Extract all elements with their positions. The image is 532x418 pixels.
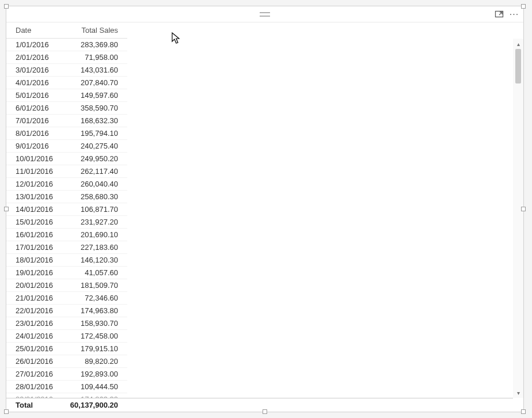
cell-date: 27/01/2016 bbox=[6, 368, 64, 381]
cell-total-sales: 258,680.30 bbox=[64, 191, 127, 203]
total-row: Total 60,137,900.20 bbox=[6, 398, 513, 412]
cell-total-sales: 240,275.40 bbox=[64, 140, 127, 153]
table-row[interactable]: 26/01/201689,820.20 bbox=[6, 355, 127, 368]
cell-total-sales: 89,820.20 bbox=[64, 355, 127, 368]
table-row[interactable]: 29/01/2016174,863.30 bbox=[6, 393, 127, 398]
cell-total-sales: 41,057.60 bbox=[64, 267, 127, 279]
table-scroll-area[interactable]: Date Total Sales 1/01/2016283,369.802/01… bbox=[6, 22, 513, 398]
cell-total-sales: 249,950.20 bbox=[64, 153, 127, 165]
cell-total-sales: 168,632.30 bbox=[64, 115, 127, 127]
table-row[interactable]: 7/01/2016168,632.30 bbox=[6, 115, 127, 127]
table-row[interactable]: 3/01/2016143,031.60 bbox=[6, 64, 127, 77]
cell-date: 20/01/2016 bbox=[6, 279, 64, 292]
table-row[interactable]: 9/01/2016240,275.40 bbox=[6, 140, 127, 153]
cell-date: 16/01/2016 bbox=[6, 229, 64, 241]
cell-total-sales: 174,963.80 bbox=[64, 305, 127, 317]
table-row[interactable]: 4/01/2016207,840.70 bbox=[6, 77, 127, 89]
table-row[interactable]: 2/01/201671,958.00 bbox=[6, 51, 127, 64]
cell-date: 3/01/2016 bbox=[6, 64, 64, 77]
cell-date: 17/01/2016 bbox=[6, 241, 64, 254]
data-table: Date Total Sales 1/01/2016283,369.802/01… bbox=[6, 22, 127, 398]
cell-date: 10/01/2016 bbox=[6, 153, 64, 165]
table-row[interactable]: 23/01/2016158,930.70 bbox=[6, 317, 127, 330]
cell-date: 14/01/2016 bbox=[6, 203, 64, 216]
resize-handle-top-left[interactable] bbox=[4, 4, 9, 9]
table-row[interactable]: 28/01/2016109,444.50 bbox=[6, 381, 127, 393]
table-row[interactable]: 20/01/2016181,509.70 bbox=[6, 279, 127, 292]
table-row[interactable]: 24/01/2016172,458.00 bbox=[6, 330, 127, 343]
resize-handle-top-right[interactable] bbox=[521, 4, 526, 9]
table-row[interactable]: 13/01/2016258,680.30 bbox=[6, 191, 127, 203]
table-row[interactable]: 11/01/2016262,117.40 bbox=[6, 165, 127, 178]
cell-total-sales: 181,509.70 bbox=[64, 279, 127, 292]
cell-total-sales: 158,930.70 bbox=[64, 317, 127, 330]
cell-date: 18/01/2016 bbox=[6, 254, 64, 267]
table-row[interactable]: 21/01/201672,346.60 bbox=[6, 292, 127, 305]
cell-total-sales: 192,893.00 bbox=[64, 368, 127, 381]
table-row[interactable]: 19/01/201641,057.60 bbox=[6, 267, 127, 279]
table-row[interactable]: 8/01/2016195,794.10 bbox=[6, 127, 127, 140]
more-options-icon[interactable]: ··· bbox=[508, 9, 520, 20]
cell-date: 9/01/2016 bbox=[6, 140, 64, 153]
column-header-date[interactable]: Date bbox=[6, 22, 64, 39]
cell-total-sales: 149,597.60 bbox=[64, 89, 127, 102]
table-row[interactable]: 6/01/2016358,590.70 bbox=[6, 102, 127, 115]
table-row[interactable]: 5/01/2016149,597.60 bbox=[6, 89, 127, 102]
total-label: Total bbox=[6, 401, 64, 409]
cell-date: 26/01/2016 bbox=[6, 355, 64, 368]
table-row[interactable]: 17/01/2016227,183.60 bbox=[6, 241, 127, 254]
resize-handle-bottom-right[interactable] bbox=[521, 409, 526, 414]
table-wrapper: Date Total Sales 1/01/2016283,369.802/01… bbox=[6, 22, 523, 412]
cell-date: 12/01/2016 bbox=[6, 178, 64, 191]
cell-total-sales: 358,590.70 bbox=[64, 102, 127, 115]
cell-date: 5/01/2016 bbox=[6, 89, 64, 102]
cell-date: 29/01/2016 bbox=[6, 393, 64, 398]
table-row[interactable]: 22/01/2016174,963.80 bbox=[6, 305, 127, 317]
scroll-up-arrow-icon[interactable]: ▴ bbox=[513, 39, 523, 49]
column-header-total-sales[interactable]: Total Sales bbox=[64, 22, 127, 39]
cell-total-sales: 179,915.10 bbox=[64, 343, 127, 355]
table-row[interactable]: 25/01/2016179,915.10 bbox=[6, 343, 127, 355]
table-visual-container[interactable]: ··· Date Total Sales 1/01/2016283,369.80… bbox=[6, 6, 524, 412]
resize-handle-mid-right[interactable] bbox=[521, 207, 526, 211]
cell-total-sales: 106,871.70 bbox=[64, 203, 127, 216]
vertical-scrollbar[interactable]: ▴ ▾ bbox=[513, 39, 523, 398]
scroll-track[interactable] bbox=[513, 49, 523, 387]
table-row[interactable]: 15/01/2016231,927.20 bbox=[6, 216, 127, 229]
cell-date: 8/01/2016 bbox=[6, 127, 64, 140]
cell-total-sales: 227,183.60 bbox=[64, 241, 127, 254]
table-row[interactable]: 27/01/2016192,893.00 bbox=[6, 368, 127, 381]
visual-header-bar: ··· bbox=[6, 6, 523, 22]
resize-handle-mid-left[interactable] bbox=[4, 207, 9, 211]
cell-total-sales: 143,031.60 bbox=[64, 64, 127, 77]
cell-date: 25/01/2016 bbox=[6, 343, 64, 355]
table-row[interactable]: 18/01/2016146,120.30 bbox=[6, 254, 127, 267]
table-row[interactable]: 10/01/2016249,950.20 bbox=[6, 153, 127, 165]
table-row[interactable]: 1/01/2016283,369.80 bbox=[6, 39, 127, 51]
cell-total-sales: 172,458.00 bbox=[64, 330, 127, 343]
cell-total-sales: 262,117.40 bbox=[64, 165, 127, 178]
scroll-thumb[interactable] bbox=[515, 49, 521, 83]
cell-date: 11/01/2016 bbox=[6, 165, 64, 178]
drag-handle-icon[interactable] bbox=[260, 12, 270, 17]
cell-date: 1/01/2016 bbox=[6, 39, 64, 51]
cell-total-sales: 231,927.20 bbox=[64, 216, 127, 229]
cell-total-sales: 207,840.70 bbox=[64, 77, 127, 89]
table-row[interactable]: 14/01/2016106,871.70 bbox=[6, 203, 127, 216]
cell-date: 2/01/2016 bbox=[6, 51, 64, 64]
table-row[interactable]: 16/01/2016201,690.10 bbox=[6, 229, 127, 241]
cell-date: 19/01/2016 bbox=[6, 267, 64, 279]
cell-date: 15/01/2016 bbox=[6, 216, 64, 229]
cell-date: 4/01/2016 bbox=[6, 77, 64, 89]
cell-date: 23/01/2016 bbox=[6, 317, 64, 330]
focus-mode-icon[interactable] bbox=[493, 9, 505, 20]
cell-date: 24/01/2016 bbox=[6, 330, 64, 343]
table-row[interactable]: 12/01/2016260,040.40 bbox=[6, 178, 127, 191]
cell-total-sales: 71,958.00 bbox=[64, 51, 127, 64]
cell-date: 28/01/2016 bbox=[6, 381, 64, 393]
resize-handle-bottom-left[interactable] bbox=[4, 409, 9, 414]
cell-total-sales: 201,690.10 bbox=[64, 229, 127, 241]
table-body: 1/01/2016283,369.802/01/201671,958.003/0… bbox=[6, 39, 127, 398]
resize-handle-mid-bottom[interactable] bbox=[263, 409, 267, 414]
scroll-down-arrow-icon[interactable]: ▾ bbox=[513, 387, 523, 398]
